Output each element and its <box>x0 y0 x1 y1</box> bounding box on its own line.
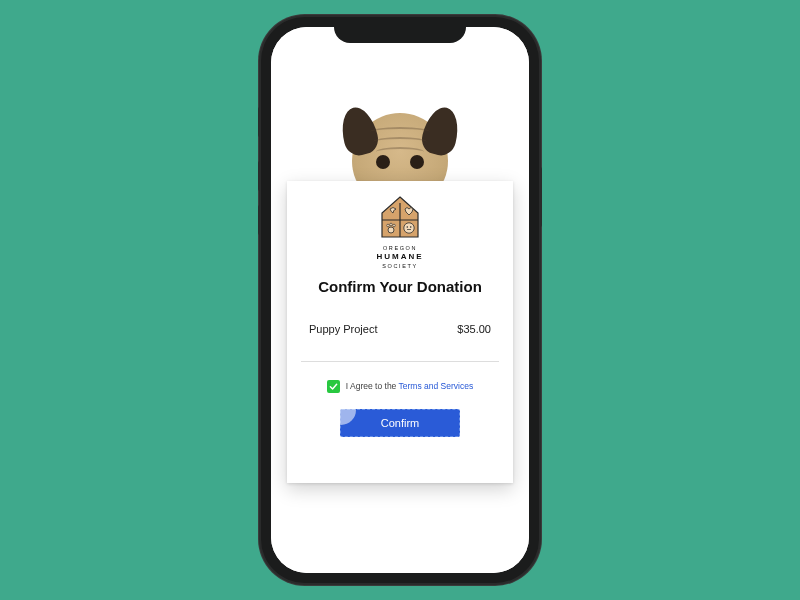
svg-point-9 <box>410 226 412 228</box>
agree-row: I Agree to the Terms and Services <box>287 380 513 393</box>
terms-link[interactable]: Terms and Services <box>399 381 474 391</box>
donation-row: Puppy Project $35.00 <box>287 323 513 335</box>
svg-point-5 <box>390 223 393 226</box>
svg-point-8 <box>407 226 409 228</box>
check-icon <box>329 382 338 391</box>
org-name-line1: OREGON <box>287 245 513 252</box>
org-name-line2: HUMANE <box>287 252 513 262</box>
svg-point-3 <box>388 227 394 233</box>
svg-point-4 <box>387 224 390 227</box>
agree-checkbox[interactable] <box>327 380 340 393</box>
stage: OREGON HUMANE SOCIETY Confirm Your Donat… <box>0 0 800 600</box>
app-surface: OREGON HUMANE SOCIETY Confirm Your Donat… <box>271 27 529 573</box>
org-name-line3: SOCIETY <box>287 263 513 270</box>
divider <box>301 361 499 362</box>
agree-text: I Agree to the Terms and Services <box>346 381 473 391</box>
org-name: OREGON HUMANE SOCIETY <box>287 245 513 270</box>
donation-card: OREGON HUMANE SOCIETY Confirm Your Donat… <box>287 181 513 483</box>
agree-prefix: I Agree to the <box>346 381 399 391</box>
phone-screen: OREGON HUMANE SOCIETY Confirm Your Donat… <box>271 27 529 573</box>
donation-item: Puppy Project <box>309 323 377 335</box>
svg-point-7 <box>404 223 414 233</box>
donation-amount: $35.00 <box>457 323 491 335</box>
phone-notch <box>334 17 466 43</box>
card-title: Confirm Your Donation <box>287 278 513 295</box>
svg-point-6 <box>393 224 396 227</box>
org-logo <box>287 195 513 241</box>
confirm-button[interactable]: Confirm <box>340 409 460 437</box>
confirm-button-label: Confirm <box>341 410 459 436</box>
phone-frame: OREGON HUMANE SOCIETY Confirm Your Donat… <box>261 17 539 583</box>
house-logo-icon <box>378 195 422 241</box>
